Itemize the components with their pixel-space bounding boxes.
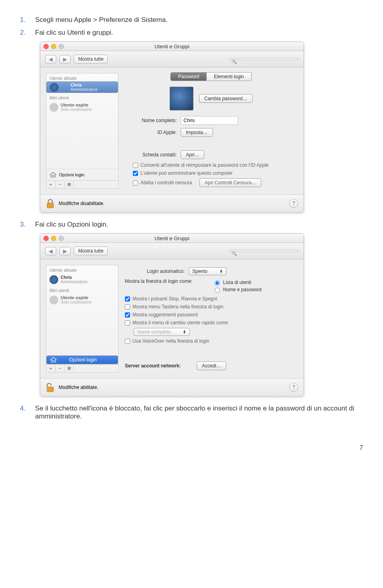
server-button[interactable]: Accedi… — [197, 361, 226, 370]
add-button[interactable]: + — [46, 181, 55, 188]
lock-icon[interactable] — [46, 198, 55, 209]
back-button[interactable]: ◀ — [45, 55, 56, 63]
censor-checkbox[interactable] — [133, 180, 138, 185]
checkbox-label: Consenti all'utente di reimpostare la pa… — [140, 162, 268, 168]
svg-rect-0 — [47, 203, 53, 208]
keyboard-menu-checkbox[interactable] — [125, 304, 130, 310]
checkbox-label: Usa VoiceOver nella finestra di login — [132, 338, 209, 344]
window-footer: Modifiche disabilitate. ? — [40, 194, 304, 212]
users-groups-window-1: Utenti e Gruppi ◀▶ Mostra tutte 🔍 Utente… — [40, 41, 304, 213]
step-num: 4. — [20, 404, 29, 420]
checkbox-label: Mostra menu Tastiera nella finestra di l… — [132, 304, 223, 310]
step-num: 1. — [20, 16, 29, 24]
tab-login-items[interactable]: Elementi login — [207, 72, 251, 81]
login-options[interactable]: Opzioni login — [46, 169, 118, 180]
censor-button[interactable]: Apri Controlli Censura… — [199, 178, 261, 187]
appleid-label: ID Apple: — [125, 130, 177, 135]
sidebar-user-current[interactable]: ChrisAmministratore — [46, 81, 118, 93]
show-buttons-checkbox[interactable] — [125, 296, 130, 302]
chevron-icon: ▲▼ — [219, 269, 223, 274]
show-all-button[interactable]: Mostra tutte — [74, 247, 108, 255]
radio-label: Lista di utenti — [223, 280, 251, 285]
help-button[interactable]: ? — [289, 383, 298, 392]
titlebar: Utenti e Gruppi — [40, 234, 304, 243]
window-title: Utenti e Gruppi — [40, 235, 304, 241]
tab-password[interactable]: Password — [170, 72, 207, 81]
hints-checkbox[interactable] — [125, 312, 130, 318]
sidebar-user-current[interactable]: ChrisAmministratore — [46, 273, 118, 286]
remove-button[interactable]: − — [55, 365, 65, 372]
search-icon: 🔍 — [231, 251, 237, 256]
avatar-icon — [49, 296, 58, 304]
sidebar: Utente attuale ChrisAmministratore Altri… — [46, 265, 118, 373]
gear-button[interactable]: ✻ — [65, 181, 74, 188]
search-input[interactable]: 🔍 — [229, 250, 299, 252]
avatar-icon — [49, 103, 58, 112]
forward-button[interactable]: ▶ — [59, 55, 71, 63]
titlebar: Utenti e Gruppi — [40, 42, 304, 51]
fast-switch-select[interactable]: Nome completo▲▼ — [134, 328, 190, 336]
show-window-label: Mostra la finestra di login come: — [125, 278, 213, 284]
reset-password-checkbox[interactable] — [133, 163, 138, 168]
change-password-button[interactable]: Cambia password… — [199, 94, 253, 103]
search-icon: 🔍 — [231, 59, 237, 64]
user-role: Amministratore — [71, 87, 97, 92]
search-input[interactable]: 🔍 — [229, 58, 299, 60]
fast-switch-checkbox[interactable] — [125, 320, 130, 326]
checkbox-label: Abilita i controlli censura — [140, 180, 192, 185]
user-role: Solo condivisione — [61, 107, 92, 112]
step-num: 3. — [20, 221, 29, 229]
sidebar-footer: + − ✻ — [46, 180, 118, 188]
unlock-icon[interactable] — [46, 382, 55, 393]
footer-text: Modifiche disabilitate. — [59, 201, 105, 206]
auto-login-select[interactable]: Spento▲▼ — [189, 267, 227, 275]
window-title: Utenti e Gruppi — [40, 43, 304, 49]
gear-button[interactable]: ✻ — [65, 365, 74, 372]
login-options[interactable]: Opzioni login — [46, 355, 118, 364]
login-options-label: Opzioni login — [69, 357, 97, 363]
sidebar-heading: Altri utenti — [46, 286, 118, 294]
sidebar-user-guest[interactable]: Utente ospiteSolo condivisione — [46, 294, 118, 306]
sidebar-heading: Altri utenti — [46, 93, 118, 101]
contact-button[interactable]: Apri… — [181, 150, 204, 159]
user-name: Utente ospite — [61, 103, 92, 107]
user-picture[interactable] — [170, 87, 193, 110]
main-panel: Password Elementi login Cambia password…… — [118, 67, 304, 194]
toolbar: ◀▶ Mostra tutte 🔍 — [40, 51, 304, 67]
forward-button[interactable]: ▶ — [59, 247, 71, 255]
step-text: Fai clic su Utenti e gruppi. — [35, 29, 113, 37]
step-text: Se il lucchetto nell'icona è bloccato, f… — [35, 404, 363, 420]
add-button[interactable]: + — [46, 365, 55, 372]
step-text: Fai clic su Opzioni login. — [35, 221, 108, 229]
help-button[interactable]: ? — [289, 199, 298, 208]
appleid-button[interactable]: Imposta… — [181, 128, 213, 137]
sidebar-user-guest[interactable]: Utente ospiteSolo condivisione — [46, 101, 118, 113]
home-icon — [49, 172, 57, 178]
radio-userlist[interactable] — [215, 280, 220, 286]
toolbar: ◀▶ Mostra tutte 🔍 — [40, 243, 304, 259]
checkbox-label: Mostra suggerimenti password — [132, 312, 197, 318]
sidebar-footer: + − ✻ — [46, 364, 118, 372]
checkbox-label: Mostra il menu di cambio utente rapido c… — [132, 320, 228, 326]
checkbox-label: Mostra i pulsanti Stop, Riavvia e Spegni — [132, 296, 217, 302]
admin-checkbox[interactable] — [133, 171, 138, 176]
sidebar-heading: Utente attuale — [46, 265, 118, 273]
user-role: Solo condivisione — [61, 300, 92, 304]
sidebar-heading: Utente attuale — [46, 73, 118, 81]
remove-button[interactable]: − — [55, 181, 65, 188]
show-all-button[interactable]: Mostra tutte — [74, 55, 108, 63]
user-name: Chris — [61, 275, 87, 280]
user-role: Amministratore — [61, 280, 87, 284]
voiceover-checkbox[interactable] — [125, 339, 130, 344]
step-num: 2. — [20, 29, 29, 37]
step-text: Scegli menu Apple > Preferenze di Sistem… — [35, 16, 168, 24]
avatar-icon — [50, 83, 59, 92]
fullname-input[interactable] — [181, 116, 238, 125]
auto-login-label: Login automatico: — [125, 268, 185, 274]
back-button[interactable]: ◀ — [45, 247, 56, 255]
radio-namepw[interactable] — [215, 288, 220, 293]
home-icon — [50, 357, 57, 363]
svg-rect-1 — [47, 387, 53, 392]
avatar-icon — [49, 275, 58, 284]
server-label: Server account network: — [125, 363, 193, 369]
